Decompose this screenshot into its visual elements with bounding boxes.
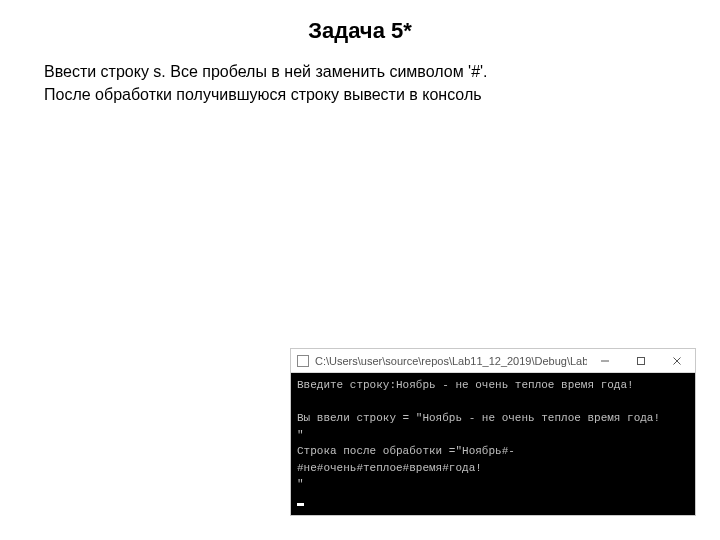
console-line: Введите строку:Ноябрь - не очень теплое … — [297, 379, 634, 391]
window-titlebar[interactable]: C:\Users\user\source\repos\Lab11_12_2019… — [291, 349, 695, 373]
svg-rect-1 — [638, 357, 645, 364]
console-window: C:\Users\user\source\repos\Lab11_12_2019… — [290, 348, 696, 516]
task-description: Ввести строку s. Все пробелы в ней замен… — [44, 60, 680, 106]
minimize-button[interactable] — [587, 349, 623, 372]
task-description-line1: Ввести строку s. Все пробелы в ней замен… — [44, 60, 680, 83]
close-icon — [672, 356, 682, 366]
maximize-icon — [636, 356, 646, 366]
task-description-line2: После обработки получившуюся строку выве… — [44, 83, 680, 106]
console-cursor — [297, 503, 304, 506]
console-output[interactable]: Введите строку:Ноябрь - не очень теплое … — [291, 373, 695, 515]
app-icon — [297, 355, 309, 367]
window-title: C:\Users\user\source\repos\Lab11_12_2019… — [315, 355, 587, 367]
maximize-button[interactable] — [623, 349, 659, 372]
console-line: Вы ввели строку = "Ноябрь - не очень теп… — [297, 412, 660, 424]
minimize-icon — [600, 356, 610, 366]
console-line: Строка после обработки ="Ноябрь#-#не#оче… — [297, 445, 515, 474]
close-button[interactable] — [659, 349, 695, 372]
console-line: " — [297, 429, 304, 441]
task-title: Задача 5* — [40, 18, 680, 44]
console-line: " — [297, 478, 304, 490]
